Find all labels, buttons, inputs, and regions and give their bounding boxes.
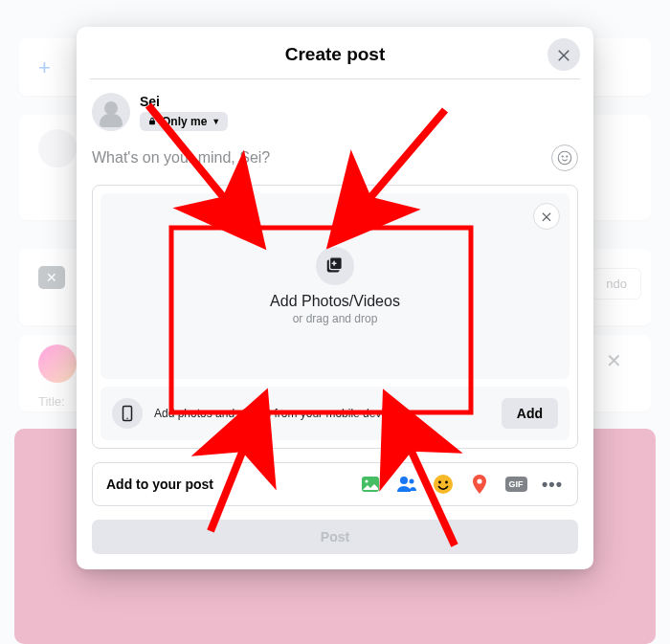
svg-point-2: [567, 156, 569, 158]
smile-icon: [556, 149, 573, 167]
attachment-label: Add to your post: [106, 477, 359, 492]
lock-icon: [147, 117, 157, 126]
svg-point-6: [126, 418, 128, 420]
drop-zone-close-button[interactable]: [533, 203, 560, 230]
svg-point-0: [558, 151, 571, 165]
privacy-selector[interactable]: Only me ▼: [140, 112, 228, 131]
close-icon: [540, 210, 553, 223]
mobile-add-row: Add photos and videos from your mobile d…: [100, 387, 570, 440]
svg-point-9: [400, 477, 408, 484]
close-modal-button[interactable]: [547, 38, 580, 71]
composer-row: What's on your mind, Sei?: [77, 137, 593, 185]
avatar: [92, 93, 130, 131]
post-button[interactable]: Post: [92, 520, 578, 554]
modal-title: Create post: [77, 44, 593, 65]
attachment-toolbar: Add to your post GIF •••: [92, 462, 578, 506]
modal-header: Create post: [77, 27, 593, 78]
caret-down-icon: ▼: [212, 117, 220, 126]
location-icon[interactable]: [468, 473, 491, 496]
more-options-button[interactable]: •••: [541, 473, 564, 496]
emoji-button[interactable]: [551, 144, 578, 171]
add-media-icon: [316, 247, 354, 285]
feeling-icon[interactable]: [432, 473, 455, 496]
mobile-text: Add photos and videos from your mobile d…: [154, 407, 490, 420]
add-photos-drop-zone[interactable]: Add Photos/Videos or drag and drop: [100, 193, 570, 379]
gif-icon[interactable]: GIF: [504, 473, 527, 496]
svg-point-10: [410, 479, 414, 484]
svg-point-12: [438, 481, 441, 484]
phone-icon: [112, 398, 143, 429]
drop-title: Add Photos/Videos: [270, 293, 400, 310]
mobile-add-button[interactable]: Add: [502, 398, 558, 429]
svg-point-14: [477, 478, 481, 483]
media-section: Add Photos/Videos or drag and drop Add p…: [92, 185, 578, 449]
author-name: Sei: [140, 94, 228, 109]
create-post-modal: Create post Sei Only me ▼ What's on your…: [77, 27, 593, 569]
tag-people-icon[interactable]: [395, 473, 418, 496]
author-row: Sei Only me ▼: [77, 79, 593, 137]
drop-subtitle: or drag and drop: [293, 312, 378, 325]
composer-placeholder[interactable]: What's on your mind, Sei?: [92, 149, 270, 167]
svg-point-1: [562, 156, 564, 158]
photo-video-icon[interactable]: [359, 473, 382, 496]
privacy-label: Only me: [162, 115, 207, 128]
svg-point-11: [434, 475, 453, 494]
svg-point-8: [365, 479, 368, 482]
close-icon: [555, 46, 572, 63]
svg-point-13: [445, 481, 448, 484]
